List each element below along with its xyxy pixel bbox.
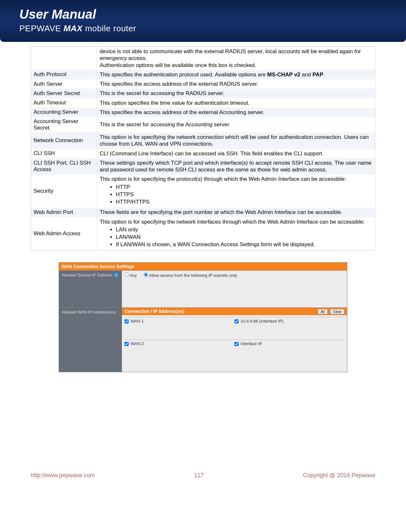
header-subtitle: PEPWAVE MAX mobile router — [19, 24, 387, 34]
table-row-label: Security — [31, 174, 97, 208]
wan-settings-title: WAN Connection Access Settings — [59, 263, 347, 270]
wan-settings-panel: WAN Connection Access Settings Allowed S… — [59, 262, 347, 372]
brand-max: MAX — [64, 24, 83, 33]
brand-pepwave: PEPWAVE — [19, 24, 61, 33]
table-row: SecurityThis option is for specifying th… — [31, 174, 375, 208]
table-row: CLI SSHCLI (Command Line Interface) can … — [31, 149, 375, 158]
table-row-label: CLI SSH Port, CLI SSH Access — [31, 158, 97, 175]
settings-description-table: device is not able to communicate with t… — [31, 46, 375, 251]
clear-button[interactable]: Clear — [330, 309, 344, 314]
allowed-wan-label: Allowed WAN IP Address(es) — [59, 308, 122, 372]
table-row: CLI SSH Port, CLI SSH AccessThese settin… — [31, 158, 375, 175]
table-row-label: Auth Protocol — [31, 70, 97, 79]
bullet-item: LAN only — [116, 226, 372, 233]
header-title: User Manual — [19, 7, 387, 22]
radio-allow[interactable]: Allow access from the following IP subne… — [144, 273, 237, 278]
table-row-desc: This specifies the authentication protoc… — [97, 70, 375, 79]
table-row-label: Auth Server Secret — [31, 89, 97, 98]
table-row-label: Auth Timeout — [31, 98, 97, 108]
wan1-checkbox[interactable]: WAN 1 — [124, 319, 234, 324]
brand-tail: mobile router — [85, 24, 136, 33]
table-row: Auth ServerThis specifies the access add… — [31, 79, 375, 89]
table-row-desc: This specifies the access address of the… — [97, 79, 375, 89]
allowed-source-label: Allowed Source IP Subnets ? — [59, 271, 122, 307]
table-row: device is not able to communicate with t… — [31, 47, 375, 70]
wan2-checkbox[interactable]: WAN 2 — [124, 341, 234, 346]
bullet-item: HTTP — [116, 183, 372, 191]
table-row-label: Web Admin Access — [31, 217, 97, 251]
table-row: Web Admin PortThese fields are for speci… — [31, 208, 375, 217]
allowed-source-body: Any Allow access from the following IP s… — [122, 271, 347, 307]
table-row: Accounting ServerThis specifies the acce… — [31, 108, 375, 117]
table-row-desc: This option is for specifying the networ… — [97, 217, 375, 251]
table-row-desc: This specifies the access address of the… — [97, 108, 375, 117]
footer-copyright: Copyright @ 2014 Pepwave — [303, 472, 375, 479]
manual-header: User Manual PEPWAVE MAX mobile router — [0, 0, 406, 42]
table-row-label: Web Admin Port — [31, 208, 97, 217]
bullet-item: HTTP/HTTPS — [116, 198, 372, 206]
table-row-desc: These fields are for specifying the port… — [97, 208, 375, 217]
all-button[interactable]: All — [318, 309, 328, 314]
table-row: Auth Server SecretThis is the secret for… — [31, 89, 375, 98]
bullet-item: If LAN/WAN is chosen, a WAN Connection A… — [116, 241, 372, 248]
table-row-label: Accounting Server — [31, 108, 97, 117]
table-row-label: Accounting Server Secret — [31, 117, 97, 132]
bullet-item: HTTPS — [116, 191, 372, 198]
table-row: Accounting Server SecretThis is the secr… — [31, 117, 375, 132]
table-row: Web Admin AccessThis option is for speci… — [31, 217, 375, 251]
table-row-label: CLI SSH — [31, 149, 97, 158]
page-footer: http://www.pepwave.com 117 Copyright @ 2… — [0, 472, 406, 492]
table-row-desc: device is not able to communicate with t… — [97, 47, 375, 70]
table-row-desc: This option specifies the time value for… — [97, 98, 375, 108]
footer-page: 117 — [194, 472, 204, 479]
table-row-desc: This option is for specifying the protoc… — [97, 174, 375, 208]
table-row-desc: These settings specify which TCP port an… — [97, 158, 375, 175]
radio-any[interactable]: Any — [124, 273, 137, 278]
table-row-desc: CLI (Command Line Interface) can be acce… — [97, 149, 375, 158]
footer-url: http://www.pepwave.com — [31, 472, 95, 479]
bullet-item: LAN/WAN — [116, 233, 372, 241]
table-row: Auth ProtocolThis specifies the authenti… — [31, 70, 375, 79]
wan2-ip-checkbox[interactable]: Interface IP — [234, 341, 344, 346]
table-row: Network ConnectionThis option is for spe… — [31, 132, 375, 149]
table-row-label — [31, 47, 97, 70]
wan1-ip-checkbox[interactable]: 10.8.9.86 (Interface IP) — [234, 319, 344, 324]
connection-grid-header: Connection / IP Address(es) All Clear — [122, 308, 347, 315]
help-icon[interactable]: ? — [114, 273, 119, 278]
table-row-label: Network Connection — [31, 132, 97, 149]
table-row: Auth TimeoutThis option specifies the ti… — [31, 98, 375, 108]
table-row-desc: This is the secret for accessing the RAD… — [97, 89, 375, 98]
table-row-desc: This option is for specifying the networ… — [97, 132, 375, 149]
table-row-desc: This is the secret for accessing the Acc… — [97, 117, 375, 132]
table-row-label: Auth Server — [31, 79, 97, 89]
